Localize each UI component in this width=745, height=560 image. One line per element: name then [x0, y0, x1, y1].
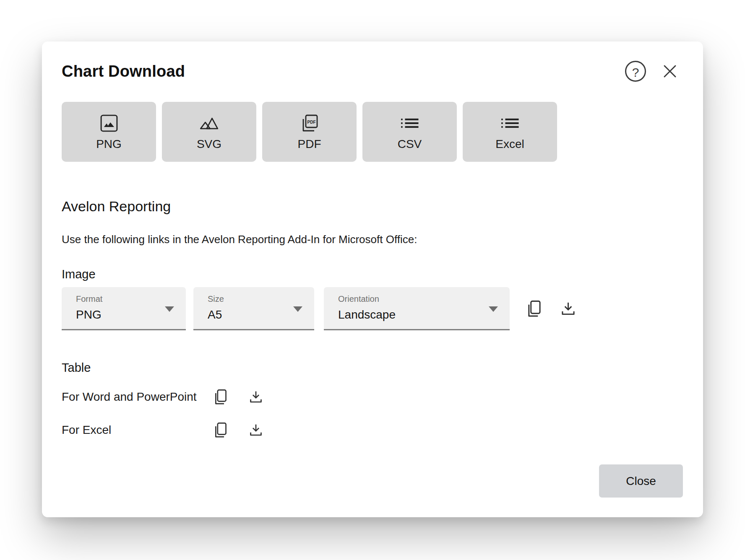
chevron-down-icon	[489, 306, 498, 312]
format-select[interactable]: Format PNG	[62, 287, 186, 330]
orientation-select-value: Landscape	[338, 308, 510, 322]
table-row-label: For Excel	[62, 423, 214, 437]
download-icon	[249, 390, 263, 404]
download-excel-table-button[interactable]	[249, 423, 263, 437]
help-circle-icon: ?	[625, 60, 646, 82]
format-select-label: Format	[76, 294, 186, 304]
table-section-heading: Table	[62, 360, 681, 375]
list-icon	[501, 114, 519, 133]
download-pdf-button[interactable]: PDF PDF	[262, 102, 357, 162]
download-excel-button[interactable]: Excel	[463, 102, 557, 162]
copy-icon	[214, 422, 228, 438]
download-png-button[interactable]: PNG	[62, 102, 156, 162]
close-dialog-button[interactable]	[659, 60, 681, 83]
table-row-word-powerpoint: For Word and PowerPoint	[62, 387, 681, 407]
format-button-label: PNG	[96, 138, 122, 150]
mountains-icon	[199, 114, 219, 133]
table-row-actions	[214, 422, 263, 438]
format-button-row: PNG SVG PDF	[62, 102, 681, 162]
download-image-button[interactable]	[560, 301, 576, 316]
download-icon	[560, 301, 576, 316]
chevron-down-icon	[293, 306, 302, 312]
copy-image-link-button[interactable]	[526, 300, 542, 318]
avelon-reporting-heading: Avelon Reporting	[62, 198, 681, 215]
svg-text:?: ?	[632, 65, 639, 79]
copy-icon	[214, 389, 228, 405]
format-button-label: SVG	[197, 138, 221, 150]
reporting-description: Use the following links in the Avelon Re…	[62, 233, 681, 247]
size-select-label: Size	[208, 294, 314, 304]
format-button-label: CSV	[398, 138, 422, 150]
download-svg-button[interactable]: SVG	[162, 102, 256, 162]
copy-icon	[526, 300, 542, 318]
close-x-icon	[662, 63, 678, 80]
pdf-badge-text: PDF	[307, 119, 316, 124]
image-options-row: Format PNG Size A5 Orientation Landscape	[62, 287, 681, 330]
chevron-down-icon	[165, 306, 174, 312]
copy-word-powerpoint-link-button[interactable]	[214, 389, 228, 405]
close-button[interactable]: Close	[599, 464, 683, 498]
dialog-header: Chart Download ?	[62, 41, 681, 83]
orientation-select-label: Orientation	[338, 294, 510, 304]
download-icon	[249, 423, 263, 437]
table-row-excel: For Excel	[62, 420, 681, 440]
download-csv-button[interactable]: CSV	[362, 102, 457, 162]
copy-excel-link-button[interactable]	[214, 422, 228, 438]
size-select[interactable]: Size A5	[193, 287, 314, 330]
image-link-actions	[526, 300, 576, 318]
orientation-select[interactable]: Orientation Landscape	[324, 287, 510, 330]
table-row-label: For Word and PowerPoint	[62, 390, 214, 404]
format-button-label: Excel	[495, 138, 524, 150]
pdf-pages-icon: PDF	[300, 114, 319, 133]
screen-background: Chart Download ?	[0, 0, 745, 560]
image-icon	[100, 114, 118, 133]
list-icon	[401, 114, 419, 133]
image-section-heading: Image	[62, 267, 681, 282]
dialog-title: Chart Download	[62, 62, 185, 80]
chart-download-dialog: Chart Download ?	[42, 41, 703, 517]
help-button[interactable]: ?	[624, 60, 647, 83]
download-word-powerpoint-button[interactable]	[249, 390, 263, 404]
format-button-label: PDF	[298, 138, 321, 150]
table-row-actions	[214, 389, 263, 405]
